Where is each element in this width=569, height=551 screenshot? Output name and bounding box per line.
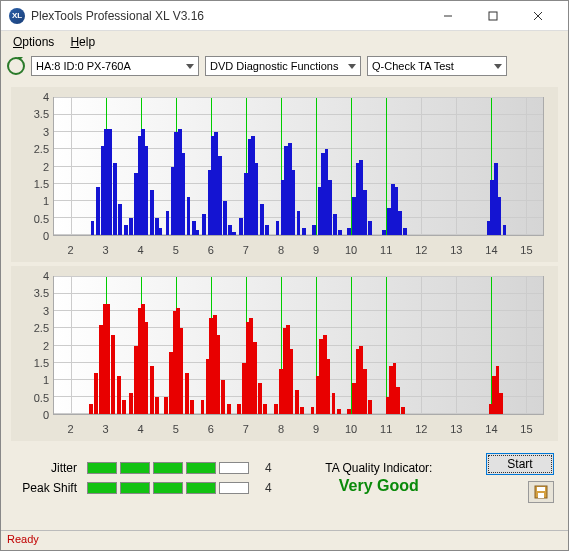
meter-segment <box>219 482 249 494</box>
meter-segment <box>120 482 150 494</box>
peakshift-meter: Peak Shift 4 <box>15 481 272 495</box>
jitter-meter: Jitter 4 <box>15 461 272 475</box>
chevron-down-icon <box>494 64 502 69</box>
bottom-panel: Jitter 4 Peak Shift 4 TA Quality Indicat… <box>1 447 568 509</box>
chart-bottom: 00.511.522.533.5423456789101112131415 <box>11 266 558 441</box>
meter-segment <box>87 482 117 494</box>
svg-rect-5 <box>537 487 545 491</box>
meter-segment <box>153 462 183 474</box>
minimize-button[interactable] <box>425 2 470 30</box>
refresh-icon[interactable] <box>7 57 25 75</box>
test-select[interactable]: Q-Check TA Test <box>367 56 507 76</box>
start-button[interactable]: Start <box>486 453 554 475</box>
charts-area: 00.511.522.533.5423456789101112131415 00… <box>1 79 568 447</box>
menubar: Options Help <box>1 31 568 53</box>
app-logo-icon: XL <box>9 8 25 24</box>
status-bar: Ready <box>1 530 568 550</box>
chevron-down-icon <box>348 64 356 69</box>
meter-segment <box>120 462 150 474</box>
meter-segment <box>87 462 117 474</box>
functions-select[interactable]: DVD Diagnostic Functions <box>205 56 361 76</box>
meter-segment <box>219 462 249 474</box>
chevron-down-icon <box>186 64 194 69</box>
svg-rect-1 <box>489 12 497 20</box>
meter-segment <box>153 482 183 494</box>
meter-segment <box>186 462 216 474</box>
save-icon-button[interactable] <box>528 481 554 503</box>
menu-options[interactable]: Options <box>7 33 60 51</box>
menu-help[interactable]: Help <box>64 33 101 51</box>
window-title: PlexTools Professional XL V3.16 <box>31 9 425 23</box>
meter-segment <box>186 482 216 494</box>
chart-top: 00.511.522.533.5423456789101112131415 <box>11 87 558 262</box>
titlebar: XL PlexTools Professional XL V3.16 <box>1 1 568 31</box>
device-select[interactable]: HA:8 ID:0 PX-760A <box>31 56 199 76</box>
close-button[interactable] <box>515 2 560 30</box>
quality-indicator: TA Quality Indicator: Very Good <box>284 461 474 495</box>
maximize-button[interactable] <box>470 2 515 30</box>
svg-rect-6 <box>538 493 544 498</box>
toolbar: HA:8 ID:0 PX-760A DVD Diagnostic Functio… <box>1 53 568 79</box>
